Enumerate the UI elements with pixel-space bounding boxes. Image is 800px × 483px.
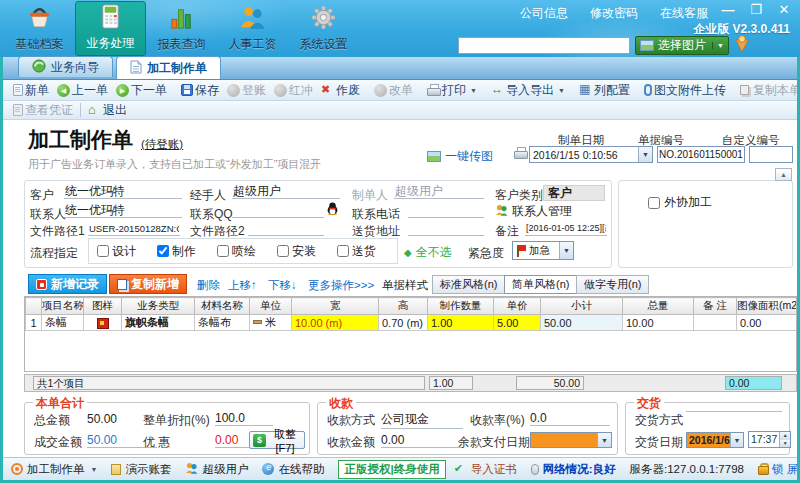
contact-management-link[interactable]: 联系人管理 [495, 203, 572, 220]
phone-input[interactable] [408, 203, 484, 218]
chevron-down-icon[interactable]: ▼ [597, 433, 611, 447]
nav-business[interactable]: 业务处理 [75, 1, 146, 56]
width-cell[interactable]: 10.00 (m) [292, 315, 379, 331]
table-row[interactable]: 1 条幅 旗帜条幅 条幅布 米 10.00 (m) 0.70 (m) 1.00 … [26, 315, 798, 331]
flow-step-install[interactable]: 安装 [269, 243, 329, 260]
col-header[interactable]: 图像面积(m2) [737, 298, 798, 315]
prev-doc-button[interactable]: ◀上一单 [53, 82, 112, 99]
move-down-link[interactable]: 下移↓ [268, 278, 297, 293]
flow-step-spray[interactable]: 喷绘 [209, 243, 269, 260]
close-button[interactable]: ✕ [776, 2, 792, 17]
next-doc-button[interactable]: ▶下一单 [112, 82, 171, 99]
make-checkbox[interactable] [157, 245, 169, 257]
install-checkbox[interactable] [277, 245, 289, 257]
pay-method-input[interactable]: 公司现金 [381, 411, 463, 429]
height-cell[interactable]: 0.70 (m) [379, 315, 428, 331]
current-user-item[interactable]: 超级用户 [185, 462, 248, 477]
unit-cell[interactable]: 米 [250, 315, 292, 331]
modify-button[interactable]: 改单 [370, 82, 417, 99]
col-header[interactable]: 单位 [250, 298, 292, 315]
column-config-button[interactable]: 列配置 [575, 82, 634, 99]
tab-processing-order[interactable]: 加工制作单 [116, 56, 221, 79]
move-up-link[interactable]: 上移↑ [228, 278, 257, 293]
make-date-combo[interactable]: 2016/1/15 0:10:56▼ [529, 146, 653, 163]
thumbnail-cell[interactable] [84, 315, 122, 331]
outsource-checkbox-row[interactable]: 外协加工 [648, 194, 712, 211]
delete-row-link[interactable]: 删除 [197, 278, 220, 293]
contact-input[interactable] [64, 203, 182, 218]
round-button[interactable]: $取整[F7] [249, 431, 305, 449]
print-button[interactable]: 打印▼ [423, 82, 481, 99]
account-set-item[interactable]: 演示账套 [111, 462, 171, 477]
collapse-panel-button[interactable]: ▲ [775, 168, 792, 181]
chevron-down-icon[interactable]: ▼ [559, 242, 573, 259]
custom-no-input[interactable] [749, 146, 793, 163]
image-path-input[interactable] [458, 37, 630, 54]
nav-hr-payroll[interactable]: 人事工资 [217, 1, 288, 56]
nav-settings[interactable]: 系统设置 [288, 1, 359, 56]
col-header[interactable]: 备 注 [694, 298, 737, 315]
copy-add-button[interactable]: 复制新增 [109, 274, 187, 294]
add-record-button[interactable]: 新增记录 [28, 274, 107, 294]
material-cell[interactable]: 条幅布 [195, 315, 250, 331]
doc-type-menu[interactable]: 加工制作单▼ [11, 462, 97, 477]
pay-amount-input[interactable]: 0.00 [381, 433, 463, 448]
outsource-checkbox[interactable] [648, 197, 660, 209]
spray-checkbox[interactable] [217, 245, 229, 257]
post-button[interactable]: 登账 [223, 82, 270, 99]
style-text-button[interactable]: 做字专用(n) [576, 275, 649, 294]
spin-up-icon[interactable]: ▲ [780, 432, 790, 440]
col-header[interactable]: 制作数量 [428, 298, 494, 315]
handler-input[interactable] [232, 184, 340, 199]
col-header[interactable]: 小计 [541, 298, 623, 315]
save-button[interactable]: 保存 [177, 82, 223, 99]
company-info-link[interactable]: 公司信息 [520, 5, 568, 22]
col-header[interactable]: 材料名称 [195, 298, 250, 315]
col-header[interactable]: 高 [379, 298, 428, 315]
price-cell[interactable]: 5.00 [494, 315, 541, 331]
total-cell[interactable]: 10.00 [623, 315, 694, 331]
new-doc-button[interactable]: 新单 [9, 82, 53, 99]
spin-down-icon[interactable]: ▼ [780, 440, 790, 448]
reverse-button[interactable]: 红冲 [270, 82, 317, 99]
exit-button[interactable]: 退出 [84, 102, 131, 119]
change-password-link[interactable]: 修改密码 [590, 5, 638, 22]
remark-input[interactable] [525, 221, 607, 236]
col-header[interactable]: 项目名称 [42, 298, 84, 315]
online-service-link[interactable]: 在线客服 [660, 5, 708, 22]
delivery-address-input[interactable] [408, 221, 484, 236]
flow-step-deliver[interactable]: 送货 [329, 243, 389, 260]
deliver-checkbox[interactable] [337, 245, 349, 257]
style-simple-button[interactable]: 简单风格(n) [504, 275, 577, 294]
copy-doc-button[interactable]: 复制本单 [736, 82, 800, 99]
col-header[interactable]: 宽 [292, 298, 379, 315]
col-header[interactable]: 单价 [494, 298, 541, 315]
item-name-cell[interactable]: 条幅 [42, 315, 84, 331]
urgency-combo[interactable]: 加急▼ [512, 241, 574, 260]
chevron-down-icon[interactable]: ▼ [730, 433, 743, 447]
minimize-button[interactable]: — [720, 2, 736, 17]
void-button[interactable]: 作废 [317, 82, 364, 99]
flow-step-design[interactable]: 设计 [89, 243, 149, 260]
qq-input[interactable] [232, 203, 324, 218]
maximize-button[interactable]: ❐ [748, 2, 764, 17]
delivery-method-input[interactable] [686, 411, 782, 412]
delivery-time-spinner[interactable]: 17:37▲▼ [748, 431, 791, 448]
file-path2-input[interactable] [248, 221, 324, 236]
network-status-item[interactable]: 网络情况:良好 [531, 462, 616, 477]
maker-input[interactable] [394, 184, 484, 199]
qty-cell[interactable]: 1.00 [428, 315, 494, 331]
business-type-cell[interactable]: 旗帜条幅 [122, 315, 195, 331]
subtotal-cell[interactable]: 50.00 [541, 315, 623, 331]
qq-penguin-icon[interactable] [327, 202, 338, 218]
one-key-upload-link[interactable]: 一键传图 [427, 148, 493, 165]
nav-basic-files[interactable]: 基础档案 [4, 1, 75, 56]
col-header[interactable]: 业务类型 [122, 298, 195, 315]
select-none-link[interactable]: 全不选 [404, 244, 452, 261]
col-header[interactable]: 总量 [623, 298, 694, 315]
balance-date-combo[interactable]: ▼ [530, 432, 612, 448]
online-help-item[interactable]: 在线帮助 [262, 462, 324, 477]
attachment-upload-button[interactable]: 图文附件上传 [640, 82, 730, 99]
import-cert-item[interactable]: 导入证书 [454, 462, 517, 477]
tab-business-wizard[interactable]: 业务向导 [18, 56, 113, 77]
